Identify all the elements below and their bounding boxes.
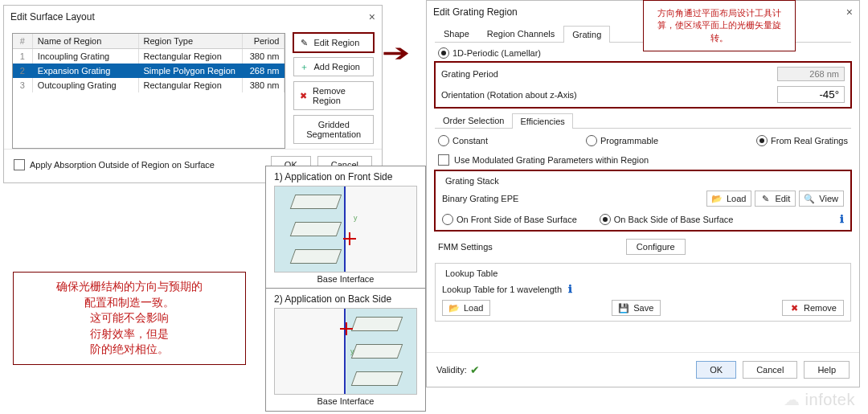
radio-from-real-gratings[interactable]: From Real Gratings [756, 135, 848, 146]
radio-back-side[interactable]: On Back Side of Base Surface [600, 214, 734, 225]
add-region-button[interactable]: ＋ Add Region [293, 57, 374, 76]
magnifier-icon: 🔍 [805, 194, 814, 203]
edit-region-label: Edit Region [313, 38, 359, 47]
grating-stack-title: Grating Stack [442, 176, 502, 186]
illustration-title: 2) Application on Back Side [274, 293, 417, 305]
subtab-order-selection[interactable]: Order Selection [435, 113, 512, 128]
gridded-segmentation-label: Gridded Segmentation [299, 120, 368, 139]
lookup-save-button[interactable]: 💾Save [612, 300, 661, 316]
grating-period-value: 268 nm [777, 67, 845, 81]
grating-period-label: Grating Period [441, 69, 498, 79]
stack-edit-button[interactable]: ✎Edit [755, 191, 796, 207]
illustration-back-side: 2) Application on Back Side y Base Inter… [265, 288, 426, 412]
subtab-bar: Order Selection Efficiencies [435, 113, 851, 129]
col-name: Name of Region [33, 34, 139, 48]
col-period: Period [243, 34, 285, 48]
cancel-button[interactable]: Cancel [743, 361, 797, 379]
folder-open-icon: 📂 [712, 194, 722, 203]
save-icon: 💾 [619, 303, 628, 313]
grating-stack-name: Binary Grating EPE [442, 194, 518, 203]
grating-stack-group: Grating Stack Binary Grating EPE 📂Load ✎… [435, 170, 851, 231]
tab-grating[interactable]: Grating [563, 26, 610, 43]
radio-1d-periodic[interactable] [438, 47, 449, 59]
lookup-load-button[interactable]: 📂Load [442, 300, 490, 316]
lookup-table-title: Lookup Table [442, 268, 501, 278]
region-table[interactable]: # Name of Region Region Type Period 1 In… [12, 33, 285, 149]
lookup-table-group: Lookup Table Lookup Table for 1 waveleng… [435, 263, 851, 322]
annotation-structure-direction: 确保光栅结构的方向与预期的 配置和制造一致。 这可能不会影响 衍射效率，但是 阶… [13, 272, 246, 365]
table-row[interactable]: 3 Outcoupling Grating Rectangular Region… [13, 78, 285, 92]
apply-absorption-label: Apply Absorption Outside of Region on Su… [30, 160, 215, 170]
dialog-title: Edit Grating Region [433, 6, 518, 18]
check-circle-icon: ✔ [470, 363, 480, 376]
watermark: ☁ infotek [784, 390, 855, 409]
info-icon[interactable]: ℹ [568, 283, 572, 295]
close-icon[interactable]: × [846, 6, 853, 18]
help-button[interactable]: Help [804, 361, 850, 379]
ok-button[interactable]: OK [696, 361, 736, 379]
configure-button[interactable]: Configure [626, 239, 686, 255]
radio-front-side[interactable]: On Front Side of Base Surface [442, 214, 577, 225]
table-row[interactable]: 2 Expansion Grating Simple Polygon Regio… [13, 64, 285, 78]
orientation-input[interactable] [777, 86, 845, 103]
remove-region-button[interactable]: ✖ Remove Region [293, 81, 374, 110]
edit-region-button[interactable]: ✎ Edit Region [293, 33, 374, 52]
dialog-title: Edit Surface Layout [10, 11, 95, 23]
tab-region-channels[interactable]: Region Channels [478, 25, 563, 42]
apply-absorption-checkbox[interactable]: Apply Absorption Outside of Region on Su… [14, 159, 215, 170]
illustration-front-side: 1) Application on Front Side y Base Inte… [265, 166, 426, 289]
validity-label: Validity: [436, 365, 467, 375]
fmm-settings-label: FMM Settings [438, 242, 493, 252]
info-icon[interactable]: ℹ [840, 213, 844, 225]
illustration-caption: Base Interface [274, 273, 417, 284]
orientation-label: Orientation (Rotation about z-Axis) [441, 90, 577, 100]
stack-view-button[interactable]: 🔍View [799, 191, 844, 207]
gridded-segmentation-button[interactable]: Gridded Segmentation [293, 115, 374, 144]
folder-open-icon: 📂 [449, 303, 459, 313]
checkbox-icon [438, 154, 449, 166]
radio-1d-periodic-label: 1D-Periodic (Lamellar) [452, 48, 541, 58]
illustration-title: 1) Application on Front Side [274, 171, 417, 182]
remove-region-label: Remove Region [313, 86, 368, 105]
col-idx: # [13, 34, 33, 48]
pencil-icon: ✎ [760, 194, 770, 203]
table-row[interactable]: 1 Incoupling Grating Rectangular Region … [13, 49, 285, 64]
add-region-label: Add Region [313, 62, 360, 72]
checkbox-icon [14, 159, 25, 170]
tab-shape[interactable]: Shape [435, 25, 478, 42]
arrow-icon: ➔ [382, 39, 410, 67]
illustration-image: y [274, 308, 417, 395]
lookup-table-count: Lookup Table for 1 wavelength [442, 285, 562, 294]
pencil-icon: ✎ [299, 38, 309, 47]
remove-icon: ✖ [789, 303, 799, 313]
close-icon[interactable]: × [369, 10, 375, 23]
plus-icon: ＋ [299, 62, 309, 72]
dialog-edit-surface-layout: Edit Surface Layout × # Name of Region R… [3, 5, 383, 183]
col-type: Region Type [139, 34, 244, 48]
annotation-orientation: 方向角通过平面布局设计工具计算，使区域平面上的光栅矢量旋转。 [643, 0, 796, 51]
stack-load-button[interactable]: 📂Load [706, 191, 751, 207]
lookup-remove-button[interactable]: ✖Remove [782, 300, 844, 316]
illustration-image: y [274, 186, 417, 273]
illustration-caption: Base Interface [274, 395, 417, 406]
remove-icon: ✖ [299, 91, 308, 100]
dialog-edit-grating-region: Edit Grating Region × Shape Region Chann… [426, 0, 860, 387]
radio-programmable[interactable]: Programmable [586, 135, 658, 146]
radio-constant[interactable]: Constant [438, 135, 488, 146]
use-modulated-parameters-checkbox[interactable]: Use Modulated Grating Parameters within … [438, 154, 848, 166]
subtab-efficiencies[interactable]: Efficiencies [512, 113, 572, 129]
